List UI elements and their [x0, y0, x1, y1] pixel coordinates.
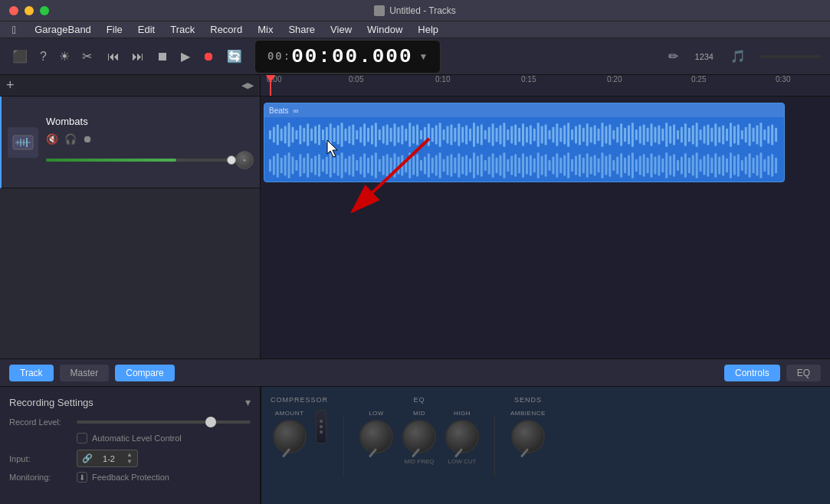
menu-mix[interactable]: Mix [251, 22, 279, 37]
solo-button[interactable]: 🎧 [64, 133, 77, 145]
library-button[interactable]: ⬛ [9, 46, 31, 67]
input-stepper[interactable]: ▲ ▼ [126, 452, 133, 465]
tracks-toolbar: + ◀▶ [0, 75, 260, 97]
mute-button[interactable]: 🔇 [46, 133, 58, 145]
compressor-amount-knob[interactable] [273, 420, 307, 453]
menu-edit[interactable]: Edit [132, 22, 161, 37]
minimize-button[interactable] [25, 6, 34, 15]
svg-rect-156 [326, 157, 328, 175]
audio-region-wombats[interactable]: Beats ∞ [264, 103, 785, 182]
svg-rect-79 [545, 124, 547, 145]
track-header-wombats[interactable]: Wombats 🔇 🎧 ⏺ ● [0, 97, 260, 188]
tab-track[interactable]: Track [9, 365, 54, 381]
menu-record[interactable]: Record [204, 22, 248, 37]
svg-rect-81 [552, 127, 554, 143]
svg-rect-37 [386, 124, 389, 145]
window-controls[interactable] [9, 6, 49, 15]
scissors-button[interactable]: ✂ [79, 46, 95, 67]
svg-rect-260 [718, 157, 720, 175]
svg-rect-251 [684, 153, 687, 177]
svg-rect-67 [499, 126, 501, 145]
maximize-button[interactable] [40, 6, 49, 15]
svg-rect-134 [753, 128, 755, 142]
record-level-slider[interactable] [77, 421, 251, 424]
eq-low-knob[interactable] [359, 420, 393, 453]
toolbar: ⬛ ? ☀ ✂ ⏮ ⏭ ⏹ ▶ ⏺ 🔄 00:00:00.000 ▼ ✏ 123… [0, 38, 830, 75]
step-down[interactable]: ▼ [126, 459, 133, 465]
svg-rect-200 [492, 153, 494, 177]
menu-garageband[interactable]: GarageBand [28, 22, 97, 37]
svg-rect-92 [594, 126, 596, 145]
svg-rect-12 [292, 127, 294, 143]
menu-window[interactable]: Window [361, 22, 408, 37]
track-name[interactable]: Wombats [46, 116, 254, 127]
menu-file[interactable]: File [100, 22, 129, 37]
svg-rect-138 [767, 126, 769, 144]
monitoring-checkbox[interactable]: ⬇ [77, 472, 87, 483]
apple-menu[interactable]:  [6, 22, 22, 38]
time-dropdown-icon[interactable]: ▼ [419, 51, 428, 62]
metronome-button[interactable]: 🎵 [727, 46, 749, 67]
svg-rect-245 [661, 159, 664, 172]
svg-rect-258 [710, 158, 713, 174]
close-button[interactable] [9, 6, 18, 15]
tab-master[interactable]: Master [60, 365, 110, 381]
svg-rect-85 [567, 123, 569, 146]
svg-rect-80 [549, 130, 551, 139]
svg-rect-210 [530, 155, 532, 175]
record-button[interactable]: ⏺ [199, 47, 218, 67]
playhead[interactable] [270, 75, 271, 96]
help-button[interactable]: ? [37, 47, 50, 67]
svg-rect-84 [563, 126, 566, 145]
pencil-tool[interactable]: ✏ [665, 46, 681, 67]
svg-rect-214 [545, 154, 547, 176]
svg-rect-182 [424, 157, 426, 175]
auto-level-checkbox[interactable] [77, 433, 87, 443]
eq-mid-knob[interactable] [402, 420, 436, 453]
window-title: Untitled - Tracks [374, 5, 456, 16]
sends-label: SENDS [514, 396, 542, 404]
master-volume[interactable] [759, 55, 821, 58]
play-button[interactable]: ▶ [178, 46, 193, 67]
pan-knob[interactable]: ● [235, 151, 254, 169]
svg-rect-167 [367, 158, 369, 174]
input-field[interactable]: 🔗 1-2 ▲ ▼ [77, 450, 138, 467]
cycle-button[interactable]: 🔄 [224, 46, 245, 67]
eq-high-knob[interactable] [445, 420, 479, 453]
tab-eq[interactable]: EQ [786, 365, 821, 381]
fast-forward-button[interactable]: ⏭ [129, 47, 147, 67]
eq-mid-unit: MID MID FREQ [402, 410, 436, 465]
tracks-toggle[interactable]: ◀▶ [241, 80, 254, 90]
menu-help[interactable]: Help [412, 22, 445, 37]
compressor-small-control[interactable] [316, 410, 326, 443]
collapse-button[interactable]: ▾ [245, 396, 251, 408]
tab-controls[interactable]: Controls [724, 365, 780, 381]
svg-rect-35 [379, 129, 381, 140]
svg-rect-31 [363, 123, 366, 146]
menu-view[interactable]: View [324, 22, 358, 37]
step-up[interactable]: ▲ [126, 452, 133, 458]
menu-track[interactable]: Track [164, 22, 201, 37]
stop-button[interactable]: ⏹ [153, 47, 172, 67]
eq-low-unit: LOW [359, 410, 393, 453]
arm-button[interactable]: ⏺ [83, 133, 93, 145]
svg-rect-107 [651, 123, 653, 146]
svg-rect-217 [556, 153, 558, 177]
add-track-button[interactable]: + [6, 77, 15, 93]
volume-fill [46, 159, 176, 162]
svg-rect-93 [598, 129, 600, 141]
smart-controls-button[interactable]: ☀ [56, 46, 73, 67]
svg-rect-239 [639, 156, 641, 175]
svg-rect-62 [481, 124, 483, 145]
svg-rect-212 [537, 152, 540, 178]
volume-slider[interactable] [46, 159, 232, 162]
volume-knob[interactable] [227, 155, 236, 165]
rewind-button[interactable]: ⏮ [104, 47, 123, 67]
sends-ambience-knob[interactable] [511, 420, 545, 453]
tab-compare[interactable]: Compare [115, 365, 174, 381]
menu-share[interactable]: Share [282, 22, 321, 37]
record-level-knob[interactable] [205, 417, 216, 427]
svg-rect-127 [726, 129, 728, 141]
svg-rect-121 [704, 126, 706, 144]
svg-rect-126 [722, 126, 724, 145]
